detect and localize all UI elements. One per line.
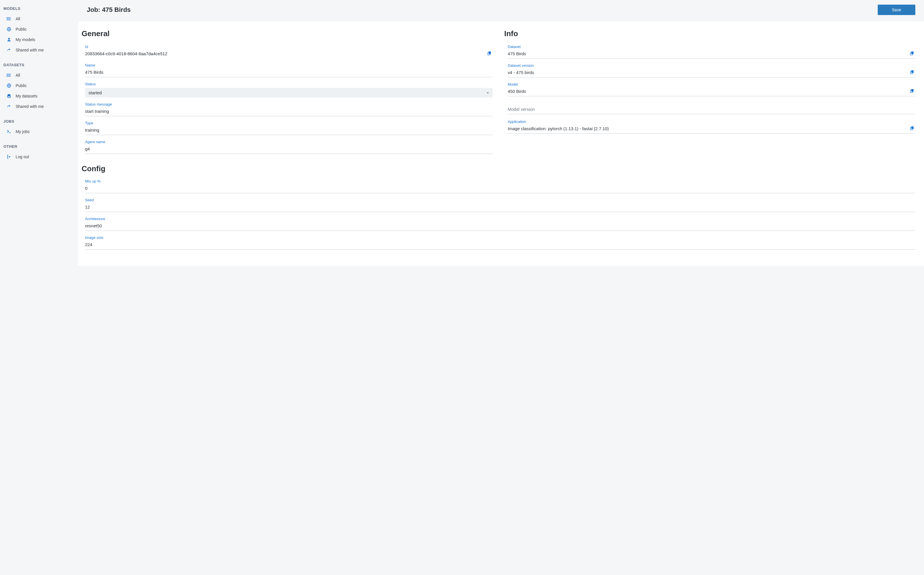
mixup-input[interactable]: 0 (85, 184, 915, 192)
open-model-button[interactable] (908, 88, 915, 95)
sidebar-item-label: All (16, 16, 20, 21)
sidebar-item-label: Shared with me (16, 48, 44, 52)
field-label-application: Application (508, 119, 915, 124)
field-model: Model 450 Birds (507, 82, 915, 96)
sidebar-item-label: My jobs (16, 129, 30, 134)
share-icon (6, 48, 11, 52)
sidebar-item-label: Public (16, 27, 27, 32)
field-label-id: Id (85, 44, 493, 49)
name-input[interactable]: 475 Birds (85, 68, 493, 76)
field-status: Status started (84, 82, 493, 97)
page-title: Job: 475 Birds (87, 6, 131, 14)
sidebar: MODELS All Public My models (0, 0, 78, 575)
field-model-version: Model version (507, 105, 915, 114)
sidebar-item-label: Shared with me (16, 104, 44, 109)
open-external-icon (910, 51, 914, 56)
field-label-model: Model (508, 82, 915, 86)
sidebar-item-datasets-shared[interactable]: Shared with me (3, 101, 75, 112)
general-section: General Id 20833664-c0c9-4018-8604-6aa7d… (84, 29, 493, 159)
field-label-type: Type (85, 121, 493, 125)
field-label-model-version: Model version (508, 106, 535, 113)
dataset-version-value: v4 - 475 birds (508, 69, 908, 76)
info-section: Info Dataset 475 Birds Dataset version (507, 29, 915, 159)
sidebar-item-label: Public (16, 83, 27, 88)
svg-rect-26 (911, 51, 914, 54)
terminal-icon (6, 129, 11, 134)
field-application: Application Image classification: pytorc… (507, 119, 915, 133)
config-section: Config Mix up % 0 Seed 12 Architecture (84, 159, 915, 254)
status-select-value: started (89, 90, 102, 95)
field-label-image-size: Image size (85, 235, 915, 240)
copy-id-button[interactable] (486, 50, 493, 57)
list-icon (6, 73, 11, 78)
sidebar-heading-jobs: JOBS (3, 118, 75, 126)
field-label-name: Name (85, 63, 493, 67)
sidebar-item-datasets-public[interactable]: Public (3, 80, 75, 91)
status-select[interactable]: started (85, 88, 493, 97)
field-architecture: Architecture resnet50 (84, 217, 915, 231)
field-label-seed: Seed (85, 198, 915, 202)
svg-point-14 (6, 75, 7, 75)
field-image-size: Image size 224 (84, 235, 915, 249)
field-status-message: Status message start training (84, 102, 493, 116)
sidebar-item-my-datasets[interactable]: My datasets (3, 91, 75, 101)
svg-marker-24 (487, 92, 489, 94)
user-icon (6, 37, 11, 42)
field-dataset: Dataset 475 Birds (507, 44, 915, 59)
svg-rect-23 (489, 51, 491, 54)
list-icon (6, 16, 11, 21)
field-label-mixup: Mix up % (85, 179, 915, 183)
save-button[interactable]: Save (878, 5, 915, 15)
field-label-status-message: Status message (85, 102, 493, 106)
field-name: Name 475 Birds (84, 63, 493, 77)
sidebar-item-my-models[interactable]: My models (3, 35, 75, 45)
svg-rect-32 (911, 126, 914, 129)
svg-point-9 (8, 38, 10, 40)
open-dataset-button[interactable] (908, 50, 915, 57)
sidebar-item-models-all[interactable]: All (3, 14, 75, 24)
field-agent-name: Agent name g4 (84, 140, 493, 154)
database-icon (6, 94, 11, 98)
svg-point-13 (6, 74, 7, 74)
sidebar-item-models-public[interactable]: Public (3, 24, 75, 35)
architecture-input[interactable]: resnet50 (85, 222, 915, 229)
sidebar-item-label: All (16, 73, 20, 78)
content-card: General Id 20833664-c0c9-4018-8604-6aa7d… (78, 21, 924, 266)
sidebar-heading-models: MODELS (3, 5, 75, 14)
share-icon (6, 104, 11, 109)
dataset-value: 475 Birds (508, 50, 908, 57)
image-size-input[interactable]: 224 (85, 241, 915, 248)
field-seed: Seed 12 (84, 198, 915, 212)
logout-icon (6, 154, 11, 159)
sidebar-item-label: My models (16, 37, 35, 42)
sidebar-item-label: Log out (16, 154, 29, 159)
main-content: Job: 475 Birds Save General Id 20833664-… (78, 0, 924, 575)
general-title: General (82, 29, 493, 38)
seed-input[interactable]: 12 (85, 203, 915, 211)
agent-name-value: g4 (85, 145, 493, 152)
field-label-dataset-version: Dataset version (508, 64, 915, 68)
status-message-input[interactable]: start training (85, 108, 493, 115)
open-application-button[interactable] (908, 125, 915, 132)
copy-icon (487, 51, 492, 56)
field-dataset-version: Dataset version v4 - 475 birds (507, 64, 915, 78)
sidebar-item-my-jobs[interactable]: My jobs (3, 126, 75, 137)
page-header: Job: 475 Birds Save (78, 0, 924, 21)
chevron-down-icon (486, 91, 489, 95)
sidebar-section-jobs: JOBS My jobs (3, 118, 75, 137)
open-external-icon (910, 70, 914, 75)
open-external-icon (910, 89, 914, 94)
sidebar-section-datasets: DATASETS All Public My datasets (3, 62, 75, 112)
sidebar-item-models-shared[interactable]: Shared with me (3, 45, 75, 55)
config-title: Config (82, 164, 915, 173)
model-value: 450 Birds (508, 87, 908, 95)
globe-icon (6, 27, 11, 32)
sidebar-heading-other: OTHER (3, 143, 75, 152)
sidebar-section-models: MODELS All Public My models (3, 5, 75, 55)
open-external-icon (910, 126, 914, 131)
sidebar-item-logout[interactable]: Log out (3, 152, 75, 162)
field-label-dataset: Dataset (508, 44, 915, 49)
sidebar-item-datasets-all[interactable]: All (3, 70, 75, 80)
open-dataset-version-button[interactable] (908, 69, 915, 76)
application-value: Image classification: pytorch (1.13.1) -… (508, 125, 908, 132)
